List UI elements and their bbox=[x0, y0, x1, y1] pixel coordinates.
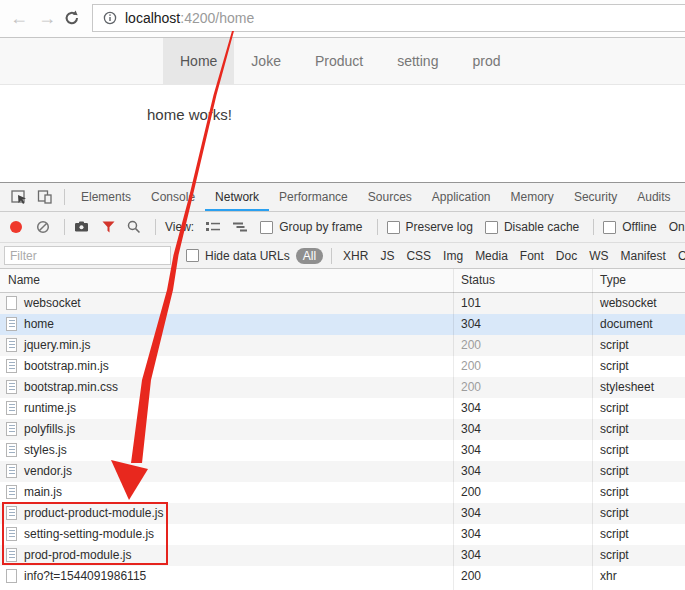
table-row[interactable]: home 304 document bbox=[0, 314, 685, 335]
app-navbar: HomeJokeProductsettingprod bbox=[0, 38, 685, 85]
checkbox-icon[interactable] bbox=[260, 221, 273, 234]
checkbox-icon[interactable] bbox=[485, 221, 498, 234]
table-row[interactable]: bootstrap.min.css 200 stylesheet bbox=[0, 377, 685, 398]
filter-pill-all[interactable]: All bbox=[296, 248, 323, 264]
devtools-tab-memory[interactable]: Memory bbox=[501, 183, 564, 211]
filter-pill-other[interactable]: Other bbox=[672, 249, 685, 263]
table-row[interactable]: info?t=1544091986115 200 xhr bbox=[0, 566, 685, 587]
filter-pill-font[interactable]: Font bbox=[514, 249, 550, 263]
filter-pill-img[interactable]: Img bbox=[437, 249, 469, 263]
inspect-element-icon[interactable] bbox=[6, 185, 32, 209]
document-icon bbox=[6, 464, 17, 478]
show-overview-icon[interactable] bbox=[233, 221, 248, 233]
large-rows-view-icon[interactable] bbox=[206, 221, 221, 233]
nav-tab-home[interactable]: Home bbox=[163, 38, 234, 84]
file-icon bbox=[6, 296, 17, 310]
request-status: 200 bbox=[461, 356, 481, 377]
request-name: home bbox=[24, 314, 54, 335]
disable-cache-checkbox[interactable]: Disable cache bbox=[485, 220, 591, 234]
toolbar-divider bbox=[377, 219, 378, 235]
filter-pill-media[interactable]: Media bbox=[469, 249, 514, 263]
table-row[interactable]: bootstrap.min.js 200 script bbox=[0, 356, 685, 377]
filter-pill-js[interactable]: JS bbox=[374, 249, 400, 263]
view-label: View: bbox=[165, 220, 194, 234]
checkbox-icon[interactable] bbox=[387, 221, 400, 234]
toolbar-divider bbox=[593, 219, 594, 235]
nav-tab-setting[interactable]: setting bbox=[380, 38, 455, 84]
devtools-tab-label: Console bbox=[151, 190, 195, 204]
throttling-dropdown[interactable]: Online bbox=[669, 220, 685, 234]
preserve-log-checkbox[interactable]: Preserve log bbox=[387, 220, 485, 234]
nav-tab-label: Product bbox=[315, 53, 363, 69]
request-name: vendor.js bbox=[24, 461, 72, 482]
devtools-tab-console[interactable]: Console bbox=[141, 183, 205, 211]
page-body-text: home works! bbox=[147, 106, 232, 123]
filter-pill-doc[interactable]: Doc bbox=[550, 249, 583, 263]
type-filter-pills: AllXHRJSCSSImgMediaFontDocWSManifestOthe… bbox=[290, 248, 685, 264]
capture-screenshots-icon[interactable] bbox=[74, 221, 90, 233]
device-toolbar-icon[interactable] bbox=[32, 185, 58, 209]
devtools-tabbar: ElementsConsoleNetworkPerformanceSources… bbox=[0, 183, 685, 212]
column-header-type[interactable]: Type bbox=[600, 269, 626, 292]
table-row[interactable]: jquery.min.js 200 script bbox=[0, 335, 685, 356]
devtools-tab-application[interactable]: Application bbox=[422, 183, 501, 211]
nav-tab-label: setting bbox=[397, 53, 438, 69]
preserve-log-label: Preserve log bbox=[406, 220, 473, 234]
group-by-frame-checkbox[interactable]: Group by frame bbox=[260, 220, 374, 234]
column-divider[interactable] bbox=[453, 269, 454, 590]
devtools-tab-network[interactable]: Network bbox=[205, 183, 269, 211]
table-row[interactable]: runtime.js 304 script bbox=[0, 398, 685, 419]
page-info-icon[interactable] bbox=[103, 11, 117, 25]
column-header-name[interactable]: Name bbox=[8, 269, 40, 292]
filter-pill-ws[interactable]: WS bbox=[583, 249, 614, 263]
document-icon bbox=[6, 317, 17, 331]
toolbar-divider bbox=[155, 219, 156, 235]
request-type: script bbox=[600, 524, 629, 545]
document-icon bbox=[6, 401, 17, 415]
devtools-tab-label: Sources bbox=[368, 190, 412, 204]
offline-checkbox[interactable]: Offline bbox=[603, 220, 668, 234]
search-icon[interactable] bbox=[127, 220, 141, 234]
reload-icon[interactable] bbox=[63, 9, 81, 27]
devtools-tab-performance[interactable]: Performance bbox=[269, 183, 358, 211]
nav-tab-prod[interactable]: prod bbox=[455, 38, 517, 84]
devtools-tab-security[interactable]: Security bbox=[564, 183, 627, 211]
network-filter-bar: Hide data URLs AllXHRJSCSSImgMediaFontDo… bbox=[0, 243, 685, 269]
request-type: stylesheet bbox=[600, 377, 654, 398]
devtools-tab-sources[interactable]: Sources bbox=[358, 183, 422, 211]
table-row[interactable]: websocket 101 websocket bbox=[0, 293, 685, 314]
filter-pill-xhr[interactable]: XHR bbox=[337, 249, 374, 263]
request-status: 304 bbox=[461, 545, 481, 566]
filter-icon[interactable] bbox=[102, 221, 115, 233]
request-status: 304 bbox=[461, 398, 481, 419]
request-status: 304 bbox=[461, 461, 481, 482]
browser-toolbar: ← → localhost:4200/home bbox=[0, 0, 685, 38]
devtools-tab-audits[interactable]: Audits bbox=[627, 183, 680, 211]
table-row[interactable]: polyfills.js 304 script bbox=[0, 419, 685, 440]
back-icon[interactable]: ← bbox=[10, 6, 28, 30]
table-row[interactable]: main.js 200 script bbox=[0, 482, 685, 503]
filter-pill-manifest[interactable]: Manifest bbox=[615, 249, 672, 263]
devtools-tab-label: Memory bbox=[511, 190, 554, 204]
record-button[interactable] bbox=[10, 221, 22, 233]
request-status: 200 bbox=[461, 566, 481, 587]
forward-icon[interactable]: → bbox=[38, 6, 56, 30]
clear-icon[interactable] bbox=[36, 220, 50, 234]
hide-data-urls-checkbox[interactable] bbox=[186, 249, 199, 262]
devtools-tab-elements[interactable]: Elements bbox=[71, 183, 141, 211]
address-bar[interactable]: localhost:4200/home bbox=[92, 4, 685, 32]
filter-pill-css[interactable]: CSS bbox=[400, 249, 437, 263]
column-header-status[interactable]: Status bbox=[461, 269, 495, 292]
nav-tab-label: prod bbox=[472, 53, 500, 69]
nav-tab-joke[interactable]: Joke bbox=[234, 38, 298, 84]
column-divider[interactable] bbox=[592, 269, 593, 590]
table-row[interactable]: styles.js 304 script bbox=[0, 440, 685, 461]
url-path: :4200/home bbox=[180, 10, 254, 26]
request-name: polyfills.js bbox=[24, 419, 75, 440]
request-status: 200 bbox=[461, 377, 481, 398]
filter-input[interactable] bbox=[4, 246, 171, 265]
nav-tab-product[interactable]: Product bbox=[298, 38, 380, 84]
request-status: 304 bbox=[461, 440, 481, 461]
table-row[interactable]: vendor.js 304 script bbox=[0, 461, 685, 482]
checkbox-icon[interactable] bbox=[603, 221, 616, 234]
